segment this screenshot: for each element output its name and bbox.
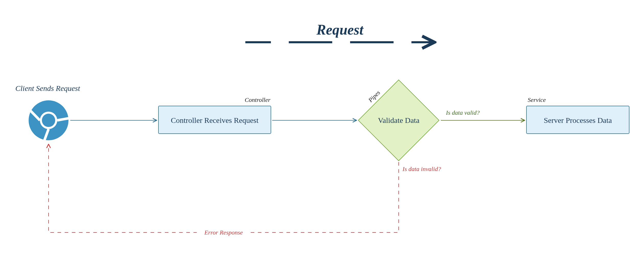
node-pipes: Validate Data Pipes [358, 80, 439, 161]
pipes-label: Validate Data [378, 116, 419, 124]
node-service: Server Processes Data Service [526, 97, 629, 134]
edge-valid-label: Is data valid? [446, 109, 480, 116]
node-controller: Controller Receives Request Controller [158, 97, 271, 134]
edge-invalid-label: Is data invalid? [402, 166, 441, 172]
node-client: Client Sends Request [15, 84, 80, 143]
edge-error-response: Is data invalid? Error Response [49, 144, 441, 238]
title-group: Request [245, 22, 434, 42]
svg-point-6 [42, 114, 55, 127]
diagram-title: Request [316, 22, 364, 38]
service-tag: Service [528, 97, 546, 103]
controller-label: Controller Receives Request [171, 116, 259, 124]
edge-error-label: Error Response [204, 229, 243, 236]
client-label: Client Sends Request [15, 84, 80, 92]
service-label: Server Processes Data [544, 116, 612, 124]
diagram-canvas: Request Client Sends Request Controller … [0, 0, 644, 256]
chrome-icon [29, 100, 72, 143]
diagram-svg: Request Client Sends Request Controller … [0, 0, 644, 256]
edge-pipes-to-service: Is data valid? [441, 109, 525, 120]
controller-tag: Controller [245, 97, 271, 103]
